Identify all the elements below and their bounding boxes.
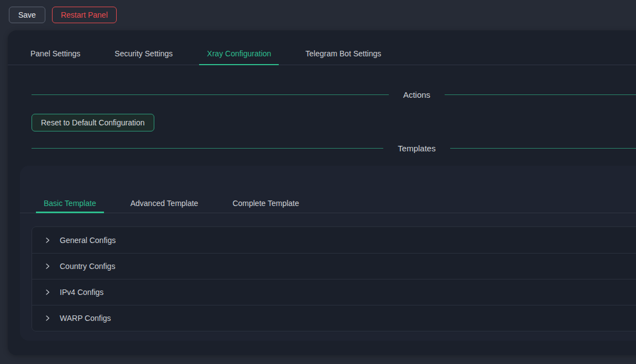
settings-card: Panel Settings Security Settings Xray Co…	[8, 30, 636, 355]
reset-to-default-button[interactable]: Reset to Default Configuration	[32, 114, 154, 131]
collapse-warp-configs[interactable]: WARP Configs	[32, 305, 636, 331]
tab-panel-settings[interactable]: Panel Settings	[23, 30, 88, 65]
save-button[interactable]: Save	[9, 7, 45, 23]
actions-section-title: Actions	[403, 90, 430, 99]
actions-divider: Actions	[32, 89, 636, 100]
tab-complete-template[interactable]: Complete Template	[225, 166, 306, 213]
collapse-ipv4-configs[interactable]: IPv4 Configs	[32, 279, 636, 305]
tab-advanced-template[interactable]: Advanced Template	[123, 166, 206, 213]
chevron-right-icon	[44, 289, 51, 296]
collapse-label: IPv4 Configs	[60, 288, 103, 297]
chevron-right-icon	[44, 315, 51, 321]
divider-line	[450, 148, 636, 149]
tab-basic-template[interactable]: Basic Template	[36, 166, 104, 213]
config-collapse-list: General Configs Country Configs IPv4 Con…	[32, 226, 636, 331]
tab-security-settings[interactable]: Security Settings	[107, 30, 180, 65]
templates-tabbar: Basic Template Advanced Template Complet…	[20, 166, 636, 213]
collapse-general-configs[interactable]: General Configs	[32, 227, 636, 253]
collapse-label: WARP Configs	[60, 314, 111, 323]
tab-xray-configuration[interactable]: Xray Configuration	[199, 30, 279, 65]
collapse-label: General Configs	[60, 236, 116, 245]
divider-line	[32, 94, 389, 95]
restart-panel-button[interactable]: Restart Panel	[52, 7, 117, 23]
chevron-right-icon	[44, 263, 51, 270]
divider-line	[32, 148, 383, 149]
toolbar: Save Restart Panel	[0, 0, 636, 30]
templates-section-title: Templates	[398, 144, 435, 153]
settings-tabbar: Panel Settings Security Settings Xray Co…	[8, 30, 636, 65]
collapse-label: Country Configs	[60, 262, 115, 271]
collapse-country-configs[interactable]: Country Configs	[32, 253, 636, 279]
templates-divider: Templates	[32, 143, 636, 154]
chevron-right-icon	[44, 237, 51, 244]
templates-card: Basic Template Advanced Template Complet…	[20, 166, 636, 341]
tab-telegram-bot-settings[interactable]: Telegram Bot Settings	[298, 30, 389, 65]
divider-line	[445, 94, 636, 95]
